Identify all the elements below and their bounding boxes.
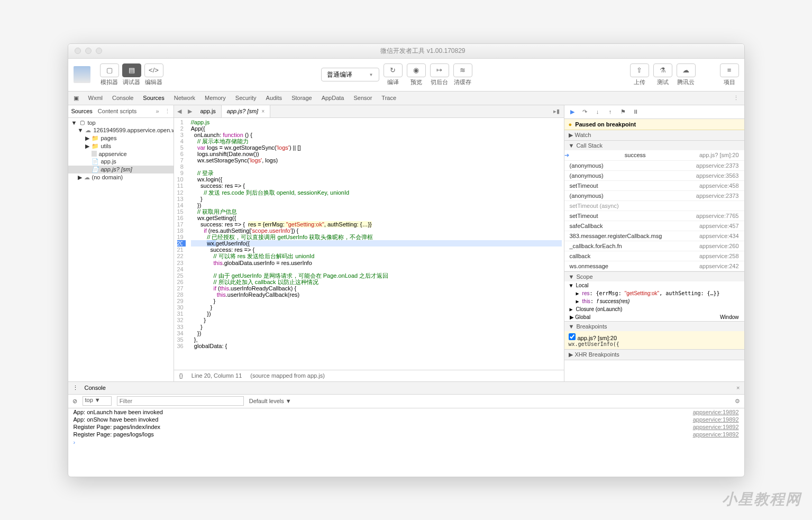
debugger-button[interactable]: ▤: [122, 63, 141, 77]
paused-banner: ●Paused on breakpoint: [564, 119, 744, 130]
tree-utils[interactable]: ▶ 📁 utils: [68, 142, 174, 150]
nav-back-icon[interactable]: ◀: [174, 108, 185, 115]
console-line: App: onShow have been invokedappservice:…: [68, 416, 744, 423]
gear-icon[interactable]: ⚙: [735, 398, 740, 405]
stack-frame[interactable]: _callback.forEach.fnappservice:260: [564, 241, 744, 251]
kebab-icon[interactable]: ⋮: [165, 108, 170, 115]
context-select[interactable]: top ▼: [83, 396, 112, 406]
resume-icon[interactable]: ▶: [569, 108, 576, 115]
file-tab-appjs[interactable]: app.js: [195, 105, 222, 117]
devtab-network[interactable]: Network: [174, 95, 195, 101]
kebab-icon[interactable]: ⋮: [733, 95, 739, 102]
tree-domain[interactable]: ▼ ☁ 1261949599.appservice.open.we: [68, 126, 174, 134]
devtab-sensor[interactable]: Sensor: [353, 95, 372, 101]
scope-global[interactable]: ▶ GlobalWindow: [564, 313, 744, 321]
devtab-console[interactable]: Console: [112, 95, 133, 101]
tree-appjs[interactable]: 📄 app.js: [68, 158, 174, 166]
tree-appservice[interactable]: appservice: [68, 150, 174, 158]
stack-frame[interactable]: setTimeoutappservice:458: [564, 181, 744, 191]
tree-pages[interactable]: ▶ 📁 pages: [68, 134, 174, 142]
devtab-security[interactable]: Security: [235, 95, 257, 101]
cloud-button[interactable]: ☁: [677, 63, 696, 77]
async-divider: setTimeout (async): [564, 201, 744, 211]
upload-button[interactable]: ⇧: [630, 63, 649, 77]
close-icon[interactable]: [75, 48, 81, 54]
preview-button[interactable]: ◉: [407, 63, 426, 77]
file-tabs: ◀ ▶ app.js app.js? [sm]× ▸▮: [174, 105, 564, 118]
clear-console-icon[interactable]: ⊘: [72, 398, 77, 405]
devtab-memory[interactable]: Memory: [205, 95, 226, 101]
step-into-icon[interactable]: ↓: [594, 108, 601, 115]
zoom-icon[interactable]: [96, 48, 102, 54]
stack-frame[interactable]: safeCallbackappservice:457: [564, 221, 744, 231]
filter-input[interactable]: [117, 396, 244, 406]
watch-section[interactable]: ▶ Watch: [564, 130, 744, 140]
close-icon[interactable]: ×: [736, 385, 740, 391]
bp-checkbox[interactable]: [569, 333, 576, 340]
console-prompt[interactable]: ›: [68, 438, 744, 446]
tree-nodomain[interactable]: ▶ ☁ (no domain): [68, 174, 174, 181]
compile-mode-select[interactable]: 普通编译▼: [321, 68, 379, 81]
toolbar-labels: 模拟器 调试器 编辑器: [101, 78, 162, 86]
cursor-position: Line 20, Column 11: [191, 372, 242, 379]
devtab-wxml[interactable]: Wxml: [88, 95, 103, 101]
content-scripts-tab[interactable]: Content scripts: [98, 108, 136, 114]
breakpoint-item[interactable]: app.js? [sm]:20 wx.getUserInfo({: [564, 331, 744, 349]
devtab-appdata[interactable]: AppData: [322, 95, 344, 101]
simulator-button[interactable]: ▢: [100, 63, 119, 77]
test-button[interactable]: ⚗: [653, 63, 672, 77]
editor-panel: ◀ ▶ app.js app.js? [sm]× ▸▮ 123456789101…: [174, 105, 564, 381]
devtab-sources[interactable]: Sources: [143, 95, 164, 101]
show-nav-icon[interactable]: ▸▮: [549, 108, 564, 115]
stack-frame[interactable]: setTimeoutappservice:7765: [564, 211, 744, 221]
step-over-icon[interactable]: ↷: [581, 108, 589, 115]
scope-local[interactable]: ▼ Local: [564, 281, 744, 289]
callstack-section[interactable]: ▼ Call Stack: [564, 141, 744, 150]
titlebar: 微信开发者工具 v1.00.170829: [68, 44, 744, 59]
code-editor[interactable]: 1234567891011121314151617181920212223242…: [174, 118, 564, 370]
sources-tab[interactable]: Sources: [71, 108, 93, 114]
tree-top[interactable]: ▼ ▢ top: [68, 119, 174, 126]
drawer-kebab-icon[interactable]: ⋮: [72, 385, 78, 391]
more-icon[interactable]: »: [156, 108, 159, 114]
pause-exception-icon[interactable]: ⏸: [632, 108, 640, 115]
stack-frame[interactable]: ws.onmessageappservice:242: [564, 261, 744, 271]
status-bar: {} Line 20, Column 11 (source mapped fro…: [174, 370, 564, 381]
file-tab-appjs-sm[interactable]: app.js? [sm]×: [222, 105, 270, 117]
tree-appjs-sm[interactable]: 📄 app.js? [sm]: [68, 166, 174, 174]
scope-section[interactable]: ▼ Scope: [564, 272, 744, 281]
app-window: 微信开发者工具 v1.00.170829 ▢ ▤ </> 模拟器 调试器 编辑器…: [68, 43, 745, 477]
levels-select[interactable]: Default levels ▼: [249, 398, 291, 404]
scope-this[interactable]: ▶ this: f success(res): [564, 297, 744, 305]
close-icon[interactable]: ×: [261, 108, 264, 114]
stack-frame[interactable]: 383.messager.registerCallback.msgappserv…: [564, 231, 744, 241]
devtab-trace[interactable]: Trace: [381, 95, 396, 101]
editor-button[interactable]: </>: [144, 63, 163, 77]
clear-cache-button[interactable]: ≋: [453, 63, 472, 77]
stack-frame[interactable]: (anonymous)appservice:3563: [564, 171, 744, 181]
avatar[interactable]: [74, 66, 90, 83]
stack-frame[interactable]: callbackappservice:258: [564, 251, 744, 261]
scope-closure[interactable]: ▶ Closure (onLaunch): [564, 305, 744, 313]
compile-button[interactable]: ↻: [384, 63, 403, 77]
window-title: 微信开发者工具 v1.00.170829: [102, 47, 744, 56]
breakpoints-section[interactable]: ▼ Breakpoints: [564, 322, 744, 331]
deactivate-bp-icon[interactable]: ⚑: [619, 108, 627, 115]
stack-frame[interactable]: successapp.js? [sm]:20: [564, 150, 744, 161]
scope-res[interactable]: ▶ res: {errMsg: "getSetting:ok", authSet…: [564, 289, 744, 297]
devtab-storage[interactable]: Storage: [291, 95, 312, 101]
background-button[interactable]: ↦: [430, 63, 449, 77]
xhr-breakpoints-section[interactable]: ▶ XHR Breakpoints: [564, 350, 744, 360]
stack-frame[interactable]: (anonymous)appservice:2373: [564, 191, 744, 201]
sourcemap-info: (source mapped from app.js): [250, 372, 325, 379]
console-tab[interactable]: Console: [85, 385, 106, 391]
minimize-icon[interactable]: [85, 48, 92, 54]
devtab-audits[interactable]: Audits: [266, 95, 282, 101]
inspect-icon[interactable]: ▣: [74, 95, 79, 102]
console-line: Register Page: pages/index/indexappservi…: [68, 423, 744, 431]
step-out-icon[interactable]: ↑: [607, 108, 614, 115]
stack-frame[interactable]: (anonymous)appservice:2373: [564, 161, 744, 171]
project-button[interactable]: ≡: [720, 63, 739, 77]
console-line: Register Page: pages/logs/logsappservice…: [68, 431, 744, 438]
nav-fwd-icon[interactable]: ▶: [185, 108, 195, 115]
